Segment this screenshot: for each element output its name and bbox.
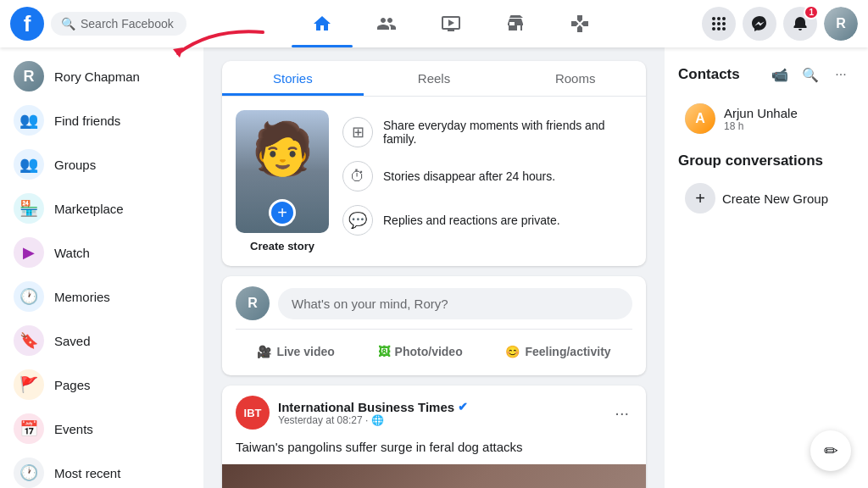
story-info-text-1: Share everyday moments with friends and …	[383, 119, 632, 146]
sidebar-label-watch: Watch	[54, 246, 90, 260]
create-new-group-button[interactable]: + Create New Group	[678, 176, 854, 220]
sidebar-label-groups: Groups	[54, 158, 96, 172]
top-navigation: f 🔍 Search Facebook	[0, 0, 868, 47]
contacts-more-button[interactable]: ···	[827, 61, 854, 88]
live-video-button[interactable]: 🎥 Live video	[247, 338, 344, 365]
svg-point-8	[717, 27, 721, 30]
groups-icon: 👥	[14, 149, 44, 180]
contacts-video-button[interactable]: 📹	[766, 61, 793, 88]
contact-name-arjun: Arjun Unhale	[724, 106, 798, 120]
post-box: R What's on your mind, Rory? 🎥 Live vide…	[222, 276, 646, 375]
sidebar-label-pages: Pages	[54, 378, 91, 392]
search-icon: 🔍	[61, 17, 75, 30]
tab-reels[interactable]: Reels	[364, 61, 505, 96]
story-info-text-2: Stories disappear after 24 hours.	[383, 169, 555, 183]
news-meta: International Business Times ✔ Yesterday…	[278, 400, 603, 426]
contacts-header: Contacts 📹 🔍 ···	[678, 61, 854, 88]
right-sidebar: Contacts 📹 🔍 ··· A Arjun Unhale 18 h Gro…	[665, 47, 868, 488]
svg-point-2	[717, 17, 721, 20]
news-more-button[interactable]: ···	[611, 400, 632, 426]
svg-point-3	[722, 17, 726, 20]
svg-point-9	[722, 27, 726, 30]
notification-badge: 1	[804, 5, 819, 19]
tab-stories[interactable]: Stories	[222, 61, 364, 96]
contacts-search-button[interactable]: 🔍	[797, 61, 824, 88]
search-bar[interactable]: 🔍 Search Facebook	[51, 12, 186, 36]
pages-icon: 🚩	[14, 369, 44, 400]
news-image-content	[222, 464, 646, 488]
feed: Stories Reels Rooms 🧑 + Create story	[203, 47, 665, 488]
news-time: Yesterday at 08:27 · 🌐	[278, 414, 603, 426]
plus-icon: +	[685, 183, 715, 214]
messenger-button[interactable]	[743, 7, 776, 41]
svg-point-1	[712, 17, 715, 20]
contacts-title: Contacts	[678, 66, 740, 83]
sidebar-item-memories[interactable]: 🕐 Memories	[3, 274, 200, 319]
sidebar-label-memories: Memories	[54, 290, 110, 304]
sidebar-item-groups[interactable]: 👥 Groups	[3, 142, 200, 186]
stories-tabs: Stories Reels Rooms	[222, 61, 646, 97]
watch-icon: ▶	[14, 237, 44, 268]
sidebar-label-events: Events	[54, 422, 93, 436]
create-group-label: Create New Group	[722, 191, 828, 206]
post-input[interactable]: What's on your mind, Rory?	[278, 288, 632, 319]
stories-content: 🧑 + Create story ⊞ Share everyday moment…	[222, 97, 646, 266]
events-icon: 📅	[14, 413, 44, 444]
sidebar-item-user[interactable]: R Rory Chapman	[3, 54, 200, 98]
facebook-logo[interactable]: f	[10, 7, 44, 41]
sidebar-item-events[interactable]: 📅 Events	[3, 407, 200, 451]
news-source: International Business Times ✔	[278, 400, 603, 414]
sidebar-item-pages[interactable]: 🚩 Pages	[3, 363, 200, 407]
sidebar-item-saved[interactable]: 🔖 Saved	[3, 319, 200, 363]
globe-icon: · 🌐	[365, 414, 384, 426]
share-icon: ⊞	[342, 117, 373, 147]
post-box-top: R What's on your mind, Rory?	[236, 286, 632, 320]
apps-button[interactable]	[702, 7, 736, 41]
feeling-label: Feeling/activity	[525, 345, 610, 358]
post-actions: 🎥 Live video 🖼 Photo/video 😊 Feeling/act…	[236, 329, 632, 365]
nav-home[interactable]	[292, 7, 353, 41]
story-info-item-1: ⊞ Share everyday moments with friends an…	[342, 110, 632, 154]
svg-point-4	[712, 22, 715, 25]
news-post-header: IBT International Business Times ✔ Yeste…	[222, 385, 646, 440]
post-user-avatar: R	[236, 286, 270, 320]
search-input[interactable]: Search Facebook	[81, 17, 174, 30]
feed-inner: Stories Reels Rooms 🧑 + Create story	[222, 61, 646, 488]
nav-friends[interactable]	[356, 7, 417, 41]
group-conversations-title: Group conversations	[678, 152, 854, 169]
memories-icon: 🕐	[14, 281, 44, 312]
timer-icon: ⏱	[342, 161, 373, 191]
tab-rooms[interactable]: Rooms	[504, 61, 646, 96]
saved-icon: 🔖	[14, 325, 44, 356]
create-story-thumbnail[interactable]: 🧑 +	[236, 110, 329, 233]
contact-avatar-arjun: A	[685, 103, 715, 134]
sidebar-item-find-friends[interactable]: 👥 Find friends	[3, 98, 200, 142]
notifications-button[interactable]: 1	[783, 7, 817, 41]
news-post-card: IBT International Business Times ✔ Yeste…	[222, 385, 646, 488]
contacts-actions: 📹 🔍 ···	[766, 61, 854, 88]
live-video-icon: 🎥	[257, 345, 271, 358]
photo-video-button[interactable]: 🖼 Photo/video	[368, 338, 473, 365]
create-story-label: Create story	[250, 240, 314, 252]
contact-item-arjun[interactable]: A Arjun Unhale 18 h	[678, 98, 854, 139]
sidebar-item-most-recent[interactable]: 🕐 Most recent	[3, 451, 200, 488]
feeling-button[interactable]: 😊 Feeling/activity	[495, 338, 620, 365]
svg-point-5	[717, 22, 721, 25]
sidebar-user-name: Rory Chapman	[54, 69, 140, 84]
nav-marketplace[interactable]	[485, 7, 546, 41]
left-sidebar: R Rory Chapman 👥 Find friends 👥 Groups 🏪…	[0, 47, 203, 488]
create-story-plus-button[interactable]: +	[269, 199, 296, 226]
user-avatar[interactable]: R	[824, 7, 858, 41]
nav-gaming[interactable]	[549, 7, 610, 41]
news-title: Taiwan's pangolins suffer surge in feral…	[222, 440, 646, 464]
sidebar-label-saved: Saved	[54, 334, 91, 348]
sidebar-item-marketplace[interactable]: 🏪 Marketplace	[3, 186, 200, 230]
story-info-text-3: Replies and reactions are private.	[383, 214, 560, 227]
nav-watch[interactable]	[420, 7, 481, 41]
verified-icon: ✔	[458, 400, 468, 413]
sidebar-label-most-recent: Most recent	[54, 466, 120, 480]
post-box-card: R What's on your mind, Rory? 🎥 Live vide…	[222, 276, 646, 375]
svg-point-7	[712, 27, 715, 30]
edit-button[interactable]: ✏	[810, 430, 851, 471]
sidebar-item-watch[interactable]: ▶ Watch	[3, 230, 200, 274]
